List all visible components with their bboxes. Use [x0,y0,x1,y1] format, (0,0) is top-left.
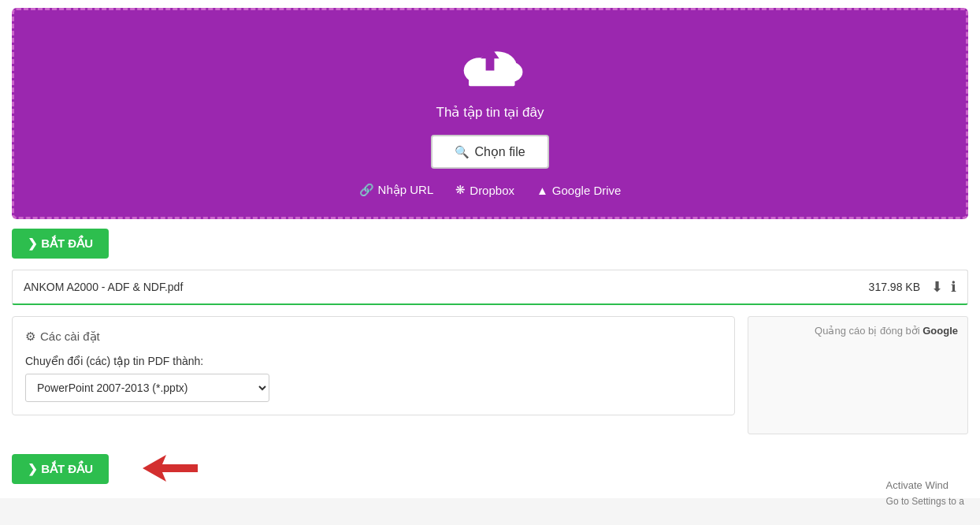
file-name: ANKOM A2000 - ADF & NDF.pdf [24,281,869,293]
convert-label: Chuyển đổi (các) tập tin PDF thành: [25,355,722,367]
upload-zone[interactable]: Thả tập tin tại đây 🔍 Chọn file 🔗 Nhập U… [12,8,968,219]
svg-marker-5 [143,455,198,482]
file-row: ANKOM A2000 - ADF & NDF.pdf 317.98 KB ⬇ … [12,270,968,305]
link-icon: 🔗 [359,183,374,197]
settings-header: ⚙ Các cài đặt [25,330,722,344]
dropbox-icon: ❋ [455,183,466,197]
gdrive-label: Google Drive [552,184,622,197]
choose-file-button[interactable]: 🔍 Chọn file [431,135,548,169]
start-button-bottom-label: ❯ BẮT ĐẦU [28,462,93,476]
dropbox-label: Dropbox [470,184,514,197]
start-button-top[interactable]: ❯ BẮT ĐẦU [12,229,109,259]
file-icons: ⬇ ℹ [931,278,956,296]
url-label: Nhập URL [378,183,434,197]
format-select[interactable]: PowerPoint 2007-2013 (*.pptx) PowerPoint… [25,374,269,402]
page-wrapper: Thả tập tin tại đây 🔍 Chọn file 🔗 Nhập U… [0,0,980,498]
info-icon[interactable]: ℹ [951,278,956,296]
gdrive-link[interactable]: ▲ Google Drive [536,183,621,197]
settings-panel: ⚙ Các cài đặt Chuyển đổi (các) tập tin P… [12,316,735,415]
ad-panel: Quảng cáo bị đóng bởi Google [748,316,968,434]
choose-file-label: Chọn file [474,144,525,159]
download-icon[interactable]: ⬇ [931,278,943,296]
drop-text: Thả tập tin tại đây [30,104,950,121]
gdrive-icon: ▲ [536,184,548,197]
arrow-icon [115,447,202,490]
ad-description: Quảng cáo bị đóng bởi [815,325,919,337]
source-links: 🔗 Nhập URL ❋ Dropbox ▲ Google Drive [30,183,950,197]
start-button-bottom[interactable]: ❯ BẮT ĐẦU [12,454,109,484]
ad-brand: Google [922,325,958,337]
arrow-wrap [115,447,202,490]
ad-text: Quảng cáo bị đóng bởi Google [815,325,958,337]
gear-icon: ⚙ [25,330,35,344]
svg-rect-3 [469,71,515,87]
main-content: ⚙ Các cài đặt Chuyển đổi (các) tập tin P… [12,316,968,434]
dropbox-link[interactable]: ❋ Dropbox [455,183,514,197]
cloud-upload-icon [455,34,525,96]
settings-title: Các cài đặt [40,330,100,344]
start-button-top-label: ❯ BẮT ĐẦU [28,236,93,251]
url-link[interactable]: 🔗 Nhập URL [359,183,434,197]
bottom-section: ❯ BẮT ĐẦU [12,447,968,490]
file-size: 317.98 KB [869,281,920,293]
search-icon: 🔍 [455,145,470,159]
